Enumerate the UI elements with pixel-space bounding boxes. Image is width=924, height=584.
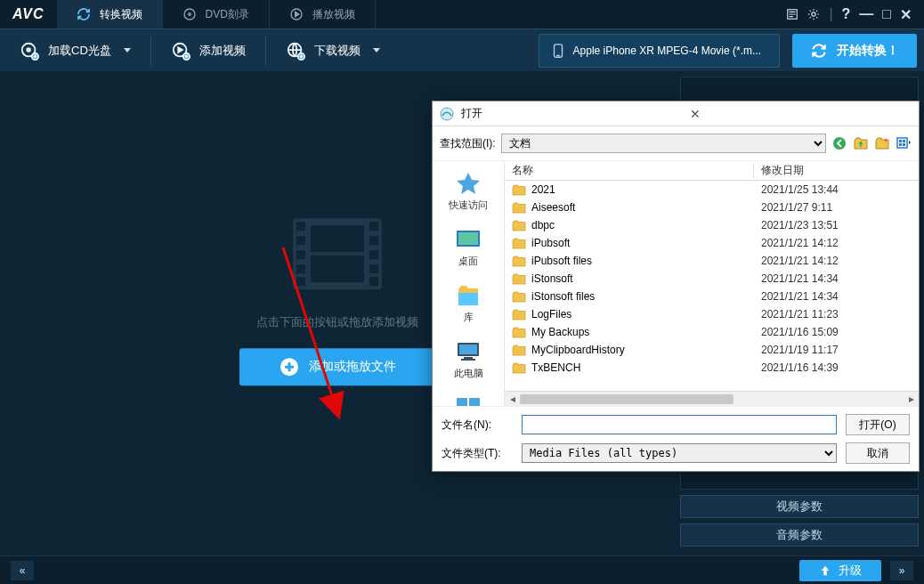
svg-point-28 — [833, 137, 846, 150]
column-name[interactable]: 名称 — [505, 163, 754, 178]
file-date: 2021/1/21 14:34 — [754, 272, 919, 285]
folder-icon — [512, 309, 526, 320]
minimize-icon[interactable]: — — [859, 6, 873, 22]
svg-rect-23 — [369, 277, 378, 286]
add-video-button[interactable]: 添加视频 — [158, 33, 258, 69]
horizontal-scrollbar[interactable]: ◂ ▸ — [505, 391, 919, 406]
load-cd-button[interactable]: 加载CD光盘 — [7, 33, 143, 69]
file-name: dbpc — [531, 219, 555, 231]
file-row[interactable]: iPubsoft2021/1/21 14:12 — [505, 234, 919, 252]
folder-icon — [512, 362, 526, 374]
maximize-icon[interactable]: □ — [882, 6, 891, 22]
file-name: My Backups — [531, 326, 589, 338]
svg-point-27 — [441, 108, 453, 120]
svg-rect-40 — [461, 359, 475, 361]
back-icon[interactable] — [831, 135, 847, 151]
svg-rect-30 — [899, 140, 902, 142]
svg-rect-25 — [311, 256, 364, 282]
cancel-button[interactable]: 取消 — [846, 442, 910, 464]
place-network[interactable]: 网络 — [437, 391, 499, 406]
chevron-down-icon — [373, 48, 380, 53]
convert-icon — [810, 42, 828, 60]
phone-icon — [550, 43, 566, 59]
scroll-right-icon[interactable]: ▸ — [904, 393, 919, 406]
place-desktop[interactable]: 桌面 — [437, 223, 499, 275]
svg-rect-24 — [311, 225, 364, 252]
app-logo: AVC — [0, 6, 57, 22]
look-in-select[interactable]: 文档 — [501, 134, 826, 153]
new-folder-icon[interactable] — [874, 135, 890, 151]
file-row[interactable]: MyClipboardHistory2021/1/19 11:17 — [505, 341, 919, 359]
file-row[interactable]: TxBENCH2021/1/16 14:39 — [505, 359, 919, 377]
place-quick-access[interactable]: 快速访问 — [437, 166, 499, 219]
svg-rect-33 — [903, 143, 905, 146]
svg-rect-41 — [457, 398, 467, 406]
filetype-select[interactable]: Media Files (all types) — [522, 443, 837, 463]
file-row[interactable]: Aiseesoft2021/1/27 9:11 — [505, 199, 919, 216]
download-video-button[interactable]: 下载视频 — [273, 33, 393, 69]
place-library[interactable]: 库 — [437, 279, 499, 331]
cd-plus-icon — [20, 41, 39, 61]
filetype-label: 文件类型(T): — [442, 446, 513, 461]
file-date: 2021/1/16 14:39 — [754, 361, 919, 374]
file-date: 2021/1/27 9:11 — [754, 201, 919, 214]
up-folder-icon[interactable] — [853, 135, 869, 151]
scroll-left-icon[interactable]: ◂ — [505, 393, 520, 406]
file-row[interactable]: dbpc2021/1/23 13:51 — [505, 216, 919, 234]
close-icon[interactable]: ✕ — [900, 6, 912, 23]
file-row[interactable]: LogFiles2021/1/21 11:23 — [505, 305, 919, 323]
folder-icon — [512, 291, 526, 303]
tab-dvd[interactable]: DVD刻录 — [163, 0, 270, 28]
folder-icon — [512, 184, 526, 196]
svg-rect-35 — [458, 232, 478, 245]
refresh-icon — [77, 7, 91, 21]
file-row[interactable]: 20212021/1/25 13:44 — [505, 181, 919, 199]
tab-convert[interactable]: 转换视频 — [57, 0, 163, 28]
filename-input[interactable] — [522, 415, 837, 434]
dialog-close-icon[interactable]: ✕ — [690, 107, 912, 121]
help-icon[interactable]: ? — [842, 6, 851, 22]
audio-params-button[interactable]: 音频参数 — [680, 523, 919, 547]
tab-play[interactable]: 播放视频 — [270, 0, 376, 28]
file-name: LogFiles — [531, 308, 571, 320]
folder-icon — [512, 202, 526, 214]
file-name: TxBENCH — [531, 361, 580, 374]
video-params-button[interactable]: 视频参数 — [680, 495, 919, 518]
file-row[interactable]: iStonsoft files2021/1/21 14:34 — [505, 288, 919, 305]
file-name: MyClipboardHistory — [531, 344, 625, 356]
svg-rect-38 — [459, 345, 477, 354]
file-row[interactable]: iPubsoft files2021/1/21 14:12 — [505, 252, 919, 270]
form-icon[interactable] — [786, 8, 798, 20]
app-small-icon — [440, 107, 454, 121]
svg-rect-21 — [369, 250, 378, 259]
svg-rect-31 — [903, 140, 905, 142]
start-convert-button[interactable]: 开始转换！ — [792, 34, 917, 68]
file-row[interactable]: My Backups2021/1/16 15:09 — [505, 323, 919, 341]
view-menu-icon[interactable] — [896, 135, 912, 151]
column-date[interactable]: 修改日期 — [754, 163, 919, 178]
upgrade-button[interactable]: 升级 — [799, 560, 881, 581]
chevron-down-icon — [124, 48, 131, 53]
output-format-select[interactable]: Apple iPhone XR MPEG-4 Movie (*.m... — [539, 34, 780, 68]
file-date: 2021/1/21 11:23 — [754, 308, 919, 320]
scroll-thumb[interactable] — [520, 394, 734, 404]
folder-icon — [512, 256, 526, 267]
svg-rect-15 — [296, 236, 305, 245]
folder-icon — [512, 273, 526, 285]
add-files-button[interactable]: 添加或拖放文件 — [239, 348, 435, 385]
file-name: iPubsoft files — [531, 255, 592, 267]
collapse-right-button[interactable]: » — [890, 561, 913, 580]
open-button[interactable]: 打开(O) — [846, 414, 910, 435]
film-plus-icon — [171, 41, 190, 61]
svg-rect-36 — [458, 293, 478, 305]
settings-icon[interactable] — [807, 8, 820, 20]
svg-rect-20 — [369, 236, 378, 245]
collapse-left-button[interactable]: « — [11, 561, 34, 580]
filmstrip-icon — [284, 209, 391, 298]
file-row[interactable]: iStonsoft2021/1/21 14:34 — [505, 270, 919, 288]
folder-icon — [512, 238, 526, 249]
svg-rect-32 — [899, 143, 902, 146]
add-tip: 点击下面的按钮或拖放添加视频 — [239, 314, 435, 330]
file-date: 2021/1/21 14:34 — [754, 290, 919, 303]
place-this-pc[interactable]: 此电脑 — [437, 335, 499, 387]
